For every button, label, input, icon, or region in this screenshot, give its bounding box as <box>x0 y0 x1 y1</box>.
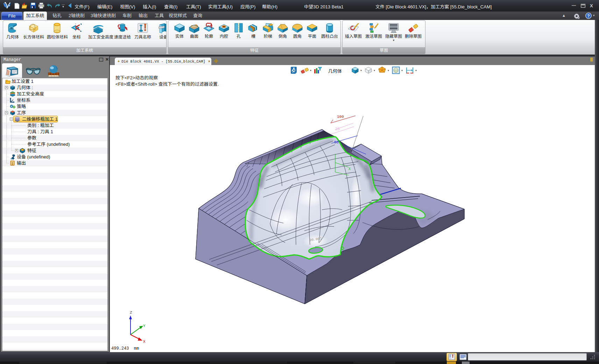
svg-text:?: ? <box>587 14 590 19</box>
svg-text:Z: Z <box>130 311 132 315</box>
svg-text:25: 25 <box>335 127 340 131</box>
svg-text:X: X <box>348 167 351 171</box>
svg-text:100: 100 <box>337 115 344 119</box>
svg-text:X: X <box>143 340 146 344</box>
svg-text:Y: Y <box>143 324 146 328</box>
